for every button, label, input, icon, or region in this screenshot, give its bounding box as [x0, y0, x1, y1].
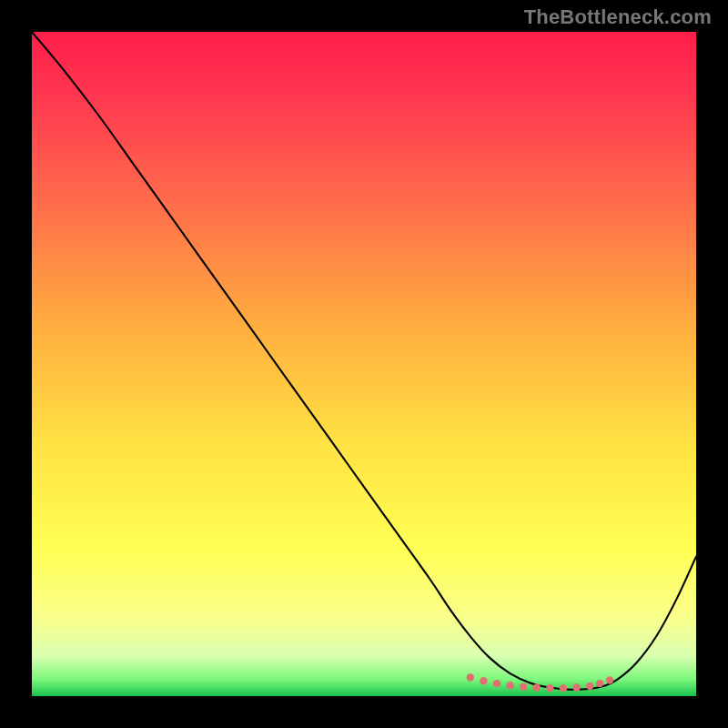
- sweet-spot-markers: [467, 673, 614, 692]
- watermark-text: TheBottleneck.com: [524, 5, 712, 29]
- marker-point: [560, 684, 567, 692]
- marker-point: [467, 673, 474, 681]
- marker-point: [596, 680, 603, 687]
- chart-container: TheBottleneck.com: [0, 0, 728, 728]
- bottleneck-curve: [32, 32, 696, 690]
- marker-point: [546, 684, 553, 692]
- curve-layer: [32, 32, 696, 696]
- marker-point: [506, 682, 513, 689]
- marker-point: [606, 676, 613, 683]
- plot-area: [32, 32, 696, 696]
- marker-point: [586, 682, 593, 690]
- marker-point: [480, 677, 487, 684]
- marker-point: [533, 683, 541, 691]
- marker-point: [520, 683, 527, 691]
- marker-point: [572, 683, 580, 691]
- marker-point: [493, 680, 500, 687]
